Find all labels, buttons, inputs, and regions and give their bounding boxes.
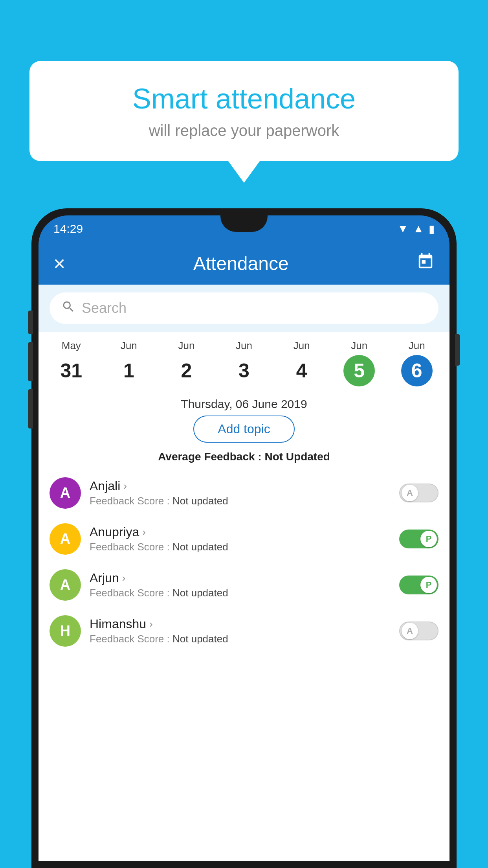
attendance-toggle[interactable]: A	[399, 484, 438, 502]
calendar-strip: May31Jun1Jun2Jun3Jun4Jun5Jun6	[39, 332, 449, 390]
calendar-date-number[interactable]: 5	[343, 355, 375, 386]
avatar: A	[50, 569, 81, 601]
toggle-knob: A	[402, 623, 418, 639]
calendar-day[interactable]: Jun6	[388, 340, 446, 386]
student-info: Arjun ›Feedback Score : Not updated	[90, 571, 391, 599]
calendar-day[interactable]: May31	[42, 340, 100, 386]
calendar-date-number[interactable]: 2	[171, 355, 202, 386]
phone-outer: 14:29 ▼ ▲ ▮ × Attendance	[31, 208, 457, 868]
toggle-knob: A	[402, 485, 418, 501]
student-info: Anupriya ›Feedback Score : Not updated	[90, 525, 391, 553]
toggle-knob: P	[420, 531, 437, 547]
feedback-value: Not updated	[172, 541, 228, 553]
student-feedback: Feedback Score : Not updated	[90, 633, 391, 645]
notch	[220, 215, 268, 232]
calendar-date-number[interactable]: 4	[286, 355, 317, 386]
speech-bubble-tail	[228, 161, 260, 183]
app-bar-title: Attendance	[65, 253, 416, 274]
feedback-value: Not updated	[172, 633, 228, 645]
speech-bubble-subtitle: will replace your paperwork	[53, 122, 435, 140]
status-bar: 14:29 ▼ ▲ ▮	[39, 215, 449, 242]
avatar: H	[50, 615, 81, 647]
signal-icon: ▲	[413, 223, 424, 235]
student-feedback: Feedback Score : Not updated	[90, 587, 391, 599]
student-item[interactable]: AArjun ›Feedback Score : Not updatedP	[50, 562, 438, 608]
add-topic-button[interactable]: Add topic	[193, 416, 294, 443]
calendar-date-number[interactable]: 1	[113, 355, 145, 386]
student-name: Anupriya ›	[90, 525, 391, 539]
search-placeholder: Search	[82, 300, 127, 316]
wifi-icon: ▼	[398, 223, 409, 235]
student-name: Himanshu ›	[90, 617, 391, 631]
calendar-month-label: Jun	[294, 340, 310, 352]
avatar: A	[50, 477, 81, 509]
status-time: 14:29	[53, 222, 83, 235]
student-list: AAnjali ›Feedback Score : Not updatedAAA…	[39, 470, 449, 654]
calendar-day[interactable]: Jun4	[273, 340, 330, 386]
calendar-month-label: Jun	[121, 340, 137, 352]
chevron-icon: ›	[149, 618, 153, 630]
search-bar[interactable]: Search	[50, 292, 438, 324]
student-info: Anjali ›Feedback Score : Not updated	[90, 479, 391, 507]
student-item[interactable]: HHimanshu ›Feedback Score : Not updatedA	[50, 608, 438, 654]
power-button	[455, 334, 460, 366]
calendar-day[interactable]: Jun5	[330, 340, 388, 386]
chevron-icon: ›	[123, 480, 127, 492]
avg-feedback-label: Average Feedback :	[158, 451, 264, 463]
calendar-month-label: Jun	[236, 340, 252, 352]
speech-bubble-title: Smart attendance	[53, 83, 435, 115]
calendar-date-number[interactable]: 3	[228, 355, 260, 386]
student-item[interactable]: AAnupriya ›Feedback Score : Not updatedP	[50, 516, 438, 562]
battery-icon: ▮	[429, 223, 435, 235]
calendar-day[interactable]: Jun2	[158, 340, 215, 386]
search-container: Search	[39, 285, 449, 332]
chevron-icon: ›	[142, 526, 146, 538]
avg-feedback-value: Not Updated	[264, 451, 330, 463]
feedback-value: Not updated	[172, 587, 228, 599]
status-icons: ▼ ▲ ▮	[398, 223, 435, 235]
speech-bubble-container: Smart attendance will replace your paper…	[29, 61, 459, 183]
student-name: Arjun ›	[90, 571, 391, 585]
attendance-toggle[interactable]: A	[399, 622, 438, 640]
close-button[interactable]: ×	[53, 252, 65, 275]
calendar-month-label: May	[62, 340, 81, 352]
background: Smart attendance will replace your paper…	[0, 0, 488, 868]
feedback-value: Not updated	[172, 495, 228, 507]
avatar: A	[50, 523, 81, 555]
chevron-icon: ›	[122, 572, 126, 584]
calendar-month-label: Jun	[409, 340, 425, 352]
avg-feedback: Average Feedback : Not Updated	[39, 451, 449, 470]
student-item[interactable]: AAnjali ›Feedback Score : Not updatedA	[50, 470, 438, 516]
calendar-date-number[interactable]: 6	[401, 355, 433, 386]
app-bar: × Attendance	[39, 242, 449, 285]
calendar-date-number[interactable]: 31	[55, 355, 87, 386]
screen-content: Search May31Jun1Jun2Jun3Jun4Jun5Jun6 Thu…	[39, 285, 449, 861]
student-name: Anjali ›	[90, 479, 391, 493]
selected-date-label: Thursday, 06 June 2019	[39, 390, 449, 416]
attendance-toggle[interactable]: P	[399, 530, 438, 548]
toggle-knob: P	[420, 577, 437, 593]
calendar-day[interactable]: Jun3	[215, 340, 273, 386]
student-info: Himanshu ›Feedback Score : Not updated	[90, 617, 391, 645]
student-feedback: Feedback Score : Not updated	[90, 541, 391, 553]
calendar-month-label: Jun	[351, 340, 367, 352]
calendar-day[interactable]: Jun1	[100, 340, 158, 386]
attendance-toggle[interactable]: P	[399, 576, 438, 594]
volume-down-button	[28, 389, 33, 428]
phone-screen: 14:29 ▼ ▲ ▮ × Attendance	[39, 215, 449, 861]
student-feedback: Feedback Score : Not updated	[90, 495, 391, 507]
mute-button	[28, 311, 33, 334]
calendar-icon[interactable]	[416, 252, 435, 275]
calendar-month-label: Jun	[178, 340, 194, 352]
volume-up-button	[28, 342, 33, 381]
speech-bubble: Smart attendance will replace your paper…	[29, 61, 459, 161]
search-icon	[61, 300, 75, 317]
